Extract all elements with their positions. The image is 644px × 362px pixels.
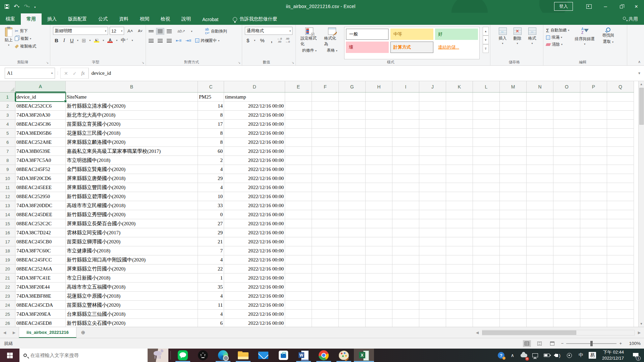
cell-C20[interactable]: 22 [198, 264, 224, 274]
cell-F1[interactable] [312, 93, 339, 102]
cell-J8[interactable] [419, 156, 446, 165]
horizontal-scroll-thumb[interactable] [482, 330, 576, 335]
cell-B18[interactable]: 市立健康國小(2018) [66, 246, 198, 255]
format-as-table-button[interactable]: 格式化為 表格 ▾ [322, 27, 342, 59]
cell-style-3[interactable]: 好 [435, 28, 478, 40]
cell-M8[interactable] [500, 156, 527, 165]
cell-L8[interactable] [473, 156, 500, 165]
column-header-H[interactable]: H [366, 81, 392, 92]
cell-C23[interactable]: 4 [198, 292, 224, 301]
cell-I1[interactable] [392, 93, 419, 102]
cell-E17[interactable] [285, 237, 312, 246]
row-header-7[interactable]: 7 [0, 147, 15, 156]
cell-C17[interactable]: 21 [198, 237, 224, 246]
cell-K13[interactable] [446, 201, 473, 210]
cell-G14[interactable] [339, 210, 366, 219]
cell-E15[interactable] [285, 219, 312, 228]
cell-A4[interactable]: 08BEAC245C86 [15, 120, 66, 129]
row-header-4[interactable]: 4 [0, 120, 15, 129]
cell-M21[interactable] [500, 274, 527, 283]
cell-H9[interactable] [366, 165, 392, 174]
cell-N24[interactable] [527, 301, 553, 310]
cell-G22[interactable] [339, 283, 366, 292]
cell-I12[interactable] [392, 192, 419, 201]
cell-P7[interactable] [580, 147, 607, 156]
cell-E20[interactable] [285, 264, 312, 274]
cell-B16[interactable]: 雲林縣立同安國小(2017) [66, 228, 198, 237]
cell-E1[interactable] [285, 93, 312, 102]
cell-L1[interactable] [473, 93, 500, 102]
row-header-21[interactable]: 21 [0, 274, 15, 283]
cell-style-4[interactable]: 壞 [346, 42, 389, 53]
font-color-icon[interactable]: A [106, 38, 114, 43]
cell-I14[interactable] [392, 210, 419, 219]
cell-M12[interactable] [500, 192, 527, 201]
cell-J4[interactable] [419, 120, 446, 129]
percent-format-icon[interactable]: % [258, 37, 266, 44]
cell-M10[interactable] [500, 174, 527, 183]
cell-O10[interactable] [553, 174, 580, 183]
cell-L25[interactable] [473, 310, 500, 319]
cell-H1[interactable] [366, 93, 392, 102]
cell-H23[interactable] [366, 292, 392, 301]
phonetic-guide-icon[interactable]: 中ㄨ [119, 37, 130, 44]
cell-F13[interactable] [312, 201, 339, 210]
cell-M14[interactable] [500, 210, 527, 219]
onedrive-error-icon[interactable]: ✕ [520, 350, 528, 360]
cell-I7[interactable] [392, 147, 419, 156]
cell-P22[interactable] [580, 283, 607, 292]
cell-G8[interactable] [339, 156, 366, 165]
cell-G18[interactable] [339, 246, 366, 255]
cell-I15[interactable] [392, 219, 419, 228]
cell-D21[interactable]: 2022/12/16 00:00 [224, 274, 285, 283]
cell-G25[interactable] [339, 310, 366, 319]
cell-A15[interactable]: 08BEAC252C2C [15, 219, 66, 228]
column-header-L[interactable]: L [473, 81, 500, 92]
taskbar-search[interactable] [19, 349, 148, 362]
cell-B7[interactable]: 嘉義私立東吳高級工業家事職業學校(2017) [66, 147, 198, 156]
cell-Q1[interactable] [607, 93, 634, 102]
cell-F15[interactable] [312, 219, 339, 228]
cell-I18[interactable] [392, 246, 419, 255]
cell-O25[interactable] [553, 310, 580, 319]
row-header-23[interactable]: 23 [0, 292, 15, 301]
cell-I2[interactable] [392, 102, 419, 111]
cell-N12[interactable] [527, 192, 553, 201]
align-right-icon[interactable] [167, 39, 172, 43]
column-header-K[interactable]: K [446, 81, 473, 92]
insert-function-icon[interactable]: fx [81, 71, 85, 76]
cell-C3[interactable]: 8 [198, 111, 224, 120]
cell-N26[interactable] [527, 319, 553, 327]
row-header-10[interactable]: 10 [0, 174, 15, 183]
cell-E18[interactable] [285, 246, 312, 255]
cell-M9[interactable] [500, 165, 527, 174]
cell-G16[interactable] [339, 228, 366, 237]
cell-Q5[interactable] [607, 129, 634, 138]
cell-J23[interactable] [419, 292, 446, 301]
cell-Q21[interactable] [607, 274, 634, 283]
cell-A8[interactable]: 74DA38F7C5A0 [15, 156, 66, 165]
cell-F3[interactable] [312, 111, 339, 120]
cell-E6[interactable] [285, 138, 312, 147]
taskbar-line-app[interactable] [173, 349, 193, 362]
cell-A14[interactable]: 08BEAC245DEE [15, 210, 66, 219]
cell-M3[interactable] [500, 111, 527, 120]
save-icon[interactable] [5, 4, 9, 9]
cell-D12[interactable]: 2022/12/16 00:00 [224, 192, 285, 201]
cell-P9[interactable] [580, 165, 607, 174]
cell-H25[interactable] [366, 310, 392, 319]
cell-N8[interactable] [527, 156, 553, 165]
cell-L2[interactable] [473, 102, 500, 111]
cell-A26[interactable]: 08BEAC245ED8 [15, 319, 66, 327]
orientation-icon[interactable]: ab↗ [176, 28, 187, 34]
row-header-9[interactable]: 9 [0, 165, 15, 174]
cell-F25[interactable] [312, 310, 339, 319]
cell-D13[interactable]: 2022/12/16 00:00 [224, 201, 285, 210]
merge-center-button[interactable]: ↔跨欄置中▾ [195, 38, 219, 44]
clipboard-dialog-launcher-icon[interactable]: ↘ [46, 61, 49, 64]
cell-G6[interactable] [339, 138, 366, 147]
cell-N14[interactable] [527, 210, 553, 219]
cell-H26[interactable] [366, 319, 392, 327]
cell-H12[interactable] [366, 192, 392, 201]
vertical-scrollbar[interactable]: ▲ ▼ [638, 81, 644, 327]
